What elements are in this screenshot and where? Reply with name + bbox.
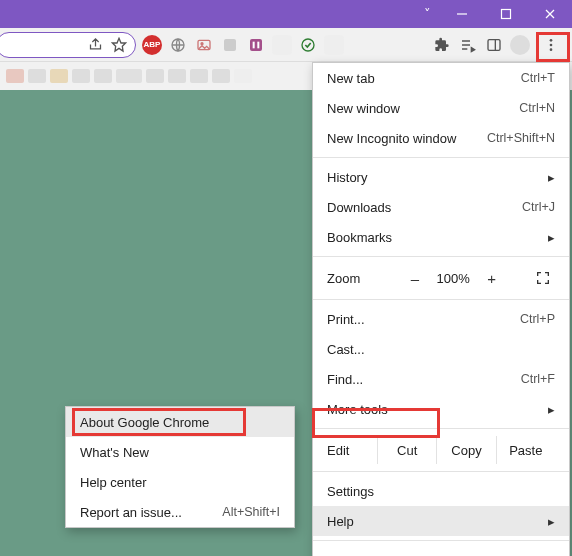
extensions-puzzle-icon[interactable] [432, 35, 452, 55]
share-icon[interactable] [88, 37, 103, 52]
menu-separator [313, 299, 569, 300]
chevron-right-icon: ▸ [548, 402, 555, 417]
zoom-label: Zoom [327, 271, 387, 286]
menu-item-more-tools[interactable]: More tools▸ [313, 394, 569, 424]
bookmark-item[interactable] [72, 69, 90, 83]
submenu-item-help-center[interactable]: Help center [66, 467, 294, 497]
extension-blank2-icon[interactable] [324, 35, 344, 55]
menu-separator [313, 157, 569, 158]
menu-item-new-window[interactable]: New windowCtrl+N [313, 93, 569, 123]
browser-toolbar: ABP [0, 28, 572, 62]
extension-abp-icon[interactable]: ABP [142, 35, 162, 55]
bookmark-item[interactable] [94, 69, 112, 83]
chrome-main-menu: New tabCtrl+T New windowCtrl+N New Incog… [312, 62, 570, 556]
extension-image-icon[interactable] [194, 35, 214, 55]
svg-rect-11 [257, 41, 259, 48]
media-playlist-icon[interactable] [458, 35, 478, 55]
menu-item-zoom: Zoom – 100% + [313, 261, 569, 295]
submenu-item-report-issue[interactable]: Report an issue...Alt+Shift+I [66, 497, 294, 527]
svg-rect-8 [224, 39, 236, 51]
extension-user-icon[interactable] [220, 35, 240, 55]
bookmark-item[interactable] [190, 69, 208, 83]
menu-item-bookmarks[interactable]: Bookmarks▸ [313, 222, 569, 252]
menu-separator [313, 256, 569, 257]
menu-separator [313, 471, 569, 472]
bookmark-item[interactable] [146, 69, 164, 83]
omnibox[interactable] [0, 32, 136, 58]
svg-marker-4 [112, 38, 125, 51]
bookmark-item[interactable] [234, 69, 252, 83]
svg-point-17 [550, 48, 553, 51]
window-minimize-button[interactable] [440, 0, 484, 28]
bookmark-item[interactable] [168, 69, 186, 83]
fullscreen-button[interactable] [531, 266, 555, 290]
menu-item-new-incognito[interactable]: New Incognito windowCtrl+Shift+N [313, 123, 569, 153]
extension-globe-icon[interactable] [168, 35, 188, 55]
window-maximize-button[interactable] [484, 0, 528, 28]
chevron-right-icon: ▸ [548, 170, 555, 185]
cut-button[interactable]: Cut [377, 436, 436, 464]
menu-separator [313, 540, 569, 541]
menu-item-downloads[interactable]: DownloadsCtrl+J [313, 192, 569, 222]
chevron-right-icon: ▸ [548, 514, 555, 529]
menu-item-help[interactable]: Help▸ [313, 506, 569, 536]
profile-avatar-icon[interactable] [510, 35, 530, 55]
svg-point-15 [550, 39, 553, 42]
zoom-value: 100% [435, 271, 472, 286]
side-panel-icon[interactable] [484, 35, 504, 55]
zoom-in-button[interactable]: + [480, 266, 504, 290]
tab-search-button[interactable]: ˅ [414, 0, 440, 28]
chevron-right-icon: ▸ [548, 230, 555, 245]
copy-button[interactable]: Copy [436, 436, 495, 464]
chrome-menu-button[interactable] [536, 31, 566, 59]
svg-point-16 [550, 43, 553, 46]
menu-item-find[interactable]: Find...Ctrl+F [313, 364, 569, 394]
menu-item-exit[interactable]: Exit [313, 545, 569, 556]
zoom-out-button[interactable]: – [403, 266, 427, 290]
bookmark-item[interactable] [50, 69, 68, 83]
window-titlebar: ˅ [0, 0, 572, 28]
menu-item-settings[interactable]: Settings [313, 476, 569, 506]
menu-item-history[interactable]: History▸ [313, 162, 569, 192]
bookmark-item[interactable] [116, 69, 142, 83]
svg-rect-13 [488, 39, 500, 50]
extension-grid-icon[interactable] [246, 35, 266, 55]
svg-rect-1 [502, 10, 511, 19]
help-submenu: About Google Chrome What's New Help cent… [65, 406, 295, 528]
window-close-button[interactable] [528, 0, 572, 28]
menu-item-cast[interactable]: Cast... [313, 334, 569, 364]
submenu-item-whats-new[interactable]: What's New [66, 437, 294, 467]
menu-item-print[interactable]: Print...Ctrl+P [313, 304, 569, 334]
bookmark-item[interactable] [6, 69, 24, 83]
svg-point-7 [201, 42, 203, 44]
extension-blank-icon[interactable] [272, 35, 292, 55]
svg-rect-10 [253, 41, 255, 48]
submenu-item-about-chrome[interactable]: About Google Chrome [66, 407, 294, 437]
bookmark-item[interactable] [212, 69, 230, 83]
menu-item-new-tab[interactable]: New tabCtrl+T [313, 63, 569, 93]
menu-separator [313, 428, 569, 429]
bookmark-star-icon[interactable] [111, 37, 127, 53]
bookmark-item[interactable] [28, 69, 46, 83]
svg-rect-9 [250, 39, 262, 51]
paste-button[interactable]: Paste [496, 436, 555, 464]
extension-check-icon[interactable] [298, 35, 318, 55]
edit-label: Edit [327, 443, 377, 458]
menu-item-edit: Edit Cut Copy Paste [313, 433, 569, 467]
